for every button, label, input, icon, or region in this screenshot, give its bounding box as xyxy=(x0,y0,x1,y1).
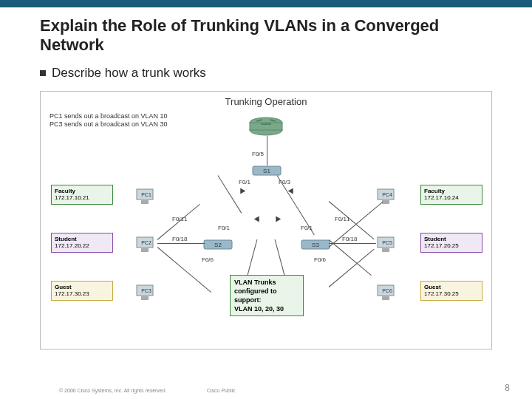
guest-box-right: Guest 172.17.30.25 xyxy=(420,281,482,301)
svg-text:PC5: PC5 xyxy=(382,240,392,245)
svg-text:PC2: PC2 xyxy=(141,240,151,245)
svg-rect-22 xyxy=(382,296,389,300)
svg-rect-13 xyxy=(141,296,149,300)
bullet-square-icon xyxy=(40,70,46,76)
student-box-left: Student 172.17.20.22 xyxy=(51,233,113,253)
arrow-icon xyxy=(238,186,245,194)
guest-r-ip: 172.17.30.25 xyxy=(424,290,479,298)
switch-s2-icon: S2 xyxy=(203,236,233,250)
switch-s1-label: S1 xyxy=(263,168,270,174)
port-f018-l: F0/18 xyxy=(172,236,187,242)
port-f06-r: F0/6 xyxy=(314,256,326,263)
switch-s2-label: S2 xyxy=(214,242,222,248)
guest-l-ip: 172.17.30.23 xyxy=(55,290,109,298)
vlan-trunk-box: VLAN Trunks configured to support: VLAN … xyxy=(230,275,304,317)
broadcast-description: PC1 sends out a broadcast on VLAN 10 PC3… xyxy=(50,112,168,129)
faculty-box-left: Faculty 172.17.10.21 xyxy=(51,185,113,205)
slide-title: Explain the Role of Trunking VLANs in a … xyxy=(0,7,532,61)
trunk-l1: VLAN Trunks xyxy=(234,278,299,287)
port-f06-l: F0/6 xyxy=(202,256,214,263)
student-l-title: Student xyxy=(55,236,109,243)
svg-text:PC6: PC6 xyxy=(382,288,392,293)
faculty-l-ip: 172.17.10.21 xyxy=(55,194,109,202)
port-f03-s1r: F0/3 xyxy=(279,179,290,185)
pc1-icon: PC1 xyxy=(135,188,157,205)
student-r-title: Student xyxy=(424,236,479,243)
router-icon xyxy=(249,114,283,136)
guest-r-title: Guest xyxy=(424,284,479,291)
port-f018-r: F0/18 xyxy=(342,236,357,242)
svg-text:PC1: PC1 xyxy=(141,192,151,197)
svg-text:PC4: PC4 xyxy=(382,192,392,197)
svg-rect-19 xyxy=(382,248,389,252)
port-f01-s1l: F0/1 xyxy=(239,179,250,185)
footer: © 2006 Cisco Systems, Inc. All rights re… xyxy=(59,388,517,393)
pc6-icon: PC6 xyxy=(376,284,398,301)
student-l-ip: 172.17.20.22 xyxy=(55,242,109,250)
diagram-container: Trunking Operation PC1 sends out a broad… xyxy=(40,91,492,349)
pc5-icon: PC5 xyxy=(376,236,398,253)
switch-s3-label: S3 xyxy=(312,242,319,248)
svg-rect-7 xyxy=(141,200,149,204)
port-f011-r: F0/11 xyxy=(335,216,349,222)
pc4-icon: PC4 xyxy=(376,188,398,205)
arrow-icon xyxy=(273,216,281,223)
footer-copyright: © 2006 Cisco Systems, Inc. All rights re… xyxy=(59,388,207,393)
faculty-box-right: Faculty 172.17.10.24 xyxy=(420,185,482,205)
top-accent-bar xyxy=(0,0,532,7)
student-r-ip: 172.17.20.25 xyxy=(424,242,479,250)
port-f01-s2: F0/1 xyxy=(218,225,230,231)
pc2-icon: PC2 xyxy=(135,236,157,253)
trunk-l4: VLAN 10, 20, 30 xyxy=(234,304,299,313)
svg-rect-10 xyxy=(141,248,149,252)
bullet-item: Describe how a trunk works xyxy=(0,61,532,81)
footer-label: Cisco Public xyxy=(207,388,281,393)
port-f011-l: F0/11 xyxy=(172,216,187,222)
page-number: 8 xyxy=(505,383,510,393)
port-f05: F0/5 xyxy=(252,151,264,157)
switch-s3-icon: S3 xyxy=(301,236,330,250)
guest-l-title: Guest xyxy=(55,284,109,291)
faculty-l-title: Faculty xyxy=(55,188,109,195)
svg-text:PC3: PC3 xyxy=(141,288,151,293)
diagram-title: Trunking Operation xyxy=(41,96,491,107)
broadcast-line2: PC3 sends out a broadcast on VLAN 30 xyxy=(50,120,168,129)
arrow-icon xyxy=(288,186,296,194)
trunk-l2: configured to xyxy=(234,287,299,296)
faculty-r-ip: 172.17.10.24 xyxy=(424,194,479,202)
port-f01-s3: F0/1 xyxy=(301,225,313,231)
trunk-l3: support: xyxy=(234,296,299,304)
svg-rect-16 xyxy=(382,200,389,204)
broadcast-line1: PC1 sends out a broadcast on VLAN 10 xyxy=(50,112,168,121)
student-box-right: Student 172.17.20.25 xyxy=(420,233,482,253)
faculty-r-title: Faculty xyxy=(424,188,479,195)
bullet-text: Describe how a trunk works xyxy=(52,66,206,81)
arrow-icon xyxy=(254,216,262,223)
pc3-icon: PC3 xyxy=(135,284,157,301)
guest-box-left: Guest 172.17.30.23 xyxy=(51,281,113,301)
